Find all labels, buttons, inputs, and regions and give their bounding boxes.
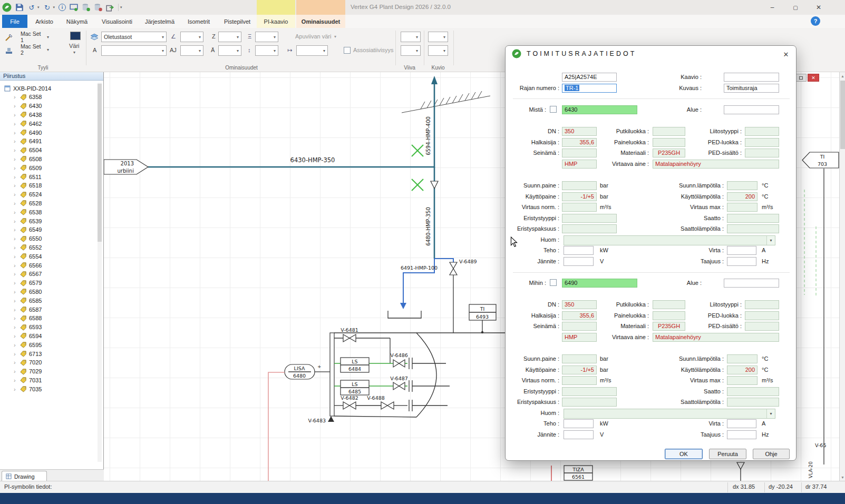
document-restore-button[interactable]: [795, 74, 807, 82]
alue-field[interactable]: [724, 279, 779, 288]
tree-item[interactable]: › 6430: [0, 102, 103, 111]
virtaus-max-field[interactable]: [727, 376, 757, 385]
tab-pi-kaavio[interactable]: PI-kaavio: [257, 15, 295, 28]
suunn-paine-field[interactable]: [562, 181, 597, 190]
chevron-right-icon[interactable]: ›: [14, 377, 18, 383]
tree-item[interactable]: › 6580: [0, 288, 103, 297]
scroll-up-icon[interactable]: ▲: [840, 72, 845, 80]
associativity-checkbox[interactable]: [344, 47, 351, 54]
dialog-close-icon[interactable]: ✕: [781, 50, 791, 59]
app-logo-icon[interactable]: [2, 3, 12, 12]
pipe-lines[interactable]: [148, 76, 438, 259]
mac-set-1-button[interactable]: Mac Set 1▾: [18, 32, 52, 42]
chevron-right-icon[interactable]: ›: [14, 315, 18, 321]
close-button[interactable]: ✕: [810, 2, 828, 13]
tree-root[interactable]: XXB-PID-2014: [0, 84, 103, 93]
chevron-right-icon[interactable]: ›: [14, 244, 18, 251]
spectacle-blind-icons[interactable]: [412, 145, 423, 191]
instrument-ls-6484[interactable]: LS 6484: [341, 358, 369, 372]
maximize-button[interactable]: ▢: [786, 2, 804, 13]
tree-item[interactable]: › 6511: [0, 172, 103, 181]
saatto-field[interactable]: [727, 214, 779, 223]
customize-toolbar-icon[interactable]: ▾: [120, 5, 122, 9]
database-settings-alt-icon[interactable]: [94, 3, 102, 12]
scrollbar-thumb[interactable]: [840, 81, 845, 149]
style-stamp-icon[interactable]: [3, 45, 15, 57]
chevron-right-icon[interactable]: ›: [14, 191, 18, 197]
ped-luokka-field[interactable]: [745, 311, 779, 320]
tree-item[interactable]: › 6566: [0, 261, 103, 270]
instrument-ls-6485[interactable]: LS 6485: [341, 380, 369, 395]
color-dropdown-icon[interactable]: ▾: [73, 50, 75, 55]
tree-item[interactable]: › 6438: [0, 111, 103, 120]
valve-label-v6488[interactable]: V-6488: [367, 395, 385, 401]
paineluokka-field[interactable]: [653, 138, 685, 147]
undo-icon[interactable]: ↺: [27, 3, 36, 12]
redo-icon[interactable]: ↻: [43, 3, 52, 12]
eristyspaksuus-field[interactable]: [562, 224, 617, 233]
chevron-right-icon[interactable]: ›: [14, 103, 18, 109]
liitostyyppi-field[interactable]: [745, 127, 779, 136]
huom-combo[interactable]: ▾: [564, 235, 775, 245]
tree-item[interactable]: › 7020: [0, 358, 103, 367]
pipe-label-branch[interactable]: 6491-HMP-100: [401, 265, 438, 271]
paineluokka-field[interactable]: [653, 311, 685, 320]
chevron-right-icon[interactable]: ›: [14, 386, 18, 392]
chevron-right-icon[interactable]: ›: [14, 182, 18, 189]
help-button[interactable]: Ohje: [753, 449, 790, 459]
materiaali-field[interactable]: P235GH: [653, 149, 685, 157]
rajan-numero-field[interactable]: TR-1: [562, 84, 617, 93]
cancel-button[interactable]: Peruuta: [709, 449, 746, 459]
saattolampotila-field[interactable]: [727, 224, 779, 233]
chevron-right-icon[interactable]: ›: [14, 368, 18, 374]
tree-item[interactable]: › 6508: [0, 155, 103, 164]
virtaava-aine-field[interactable]: Matalapainehöyry: [653, 160, 779, 169]
chevron-right-icon[interactable]: ›: [14, 200, 18, 206]
chevron-right-icon[interactable]: ›: [14, 112, 18, 118]
section-checkbox[interactable]: [550, 279, 557, 286]
valve-label-v6481[interactable]: V-6481: [341, 327, 358, 333]
tree-item[interactable]: › 7029: [0, 367, 103, 376]
valve-label-v6487[interactable]: V-6487: [390, 375, 408, 381]
teho-field[interactable]: [564, 246, 594, 255]
chevron-right-icon[interactable]: ›: [14, 147, 18, 153]
tab-isometrit[interactable]: Isometrit: [180, 15, 217, 28]
tree-item[interactable]: › 7035: [0, 384, 103, 393]
levels-combo[interactable]: ▾: [255, 32, 278, 42]
kuvaus-field[interactable]: Toimitusraja: [724, 84, 779, 93]
tree-item[interactable]: › 6587: [0, 305, 103, 314]
mac-set-2-button[interactable]: Mac Set 2▾: [18, 44, 52, 55]
slope-combo[interactable]: ▾: [180, 32, 203, 42]
tree-scrollbar-thumb[interactable]: [98, 84, 102, 242]
putkiluokka-field[interactable]: [653, 300, 685, 309]
aux-color-combo[interactable]: ▾: [296, 45, 328, 56]
pipe-label-main[interactable]: 6430-HMP-350: [290, 156, 335, 164]
tree-item[interactable]: › 6358: [0, 93, 103, 102]
pipe-label-down[interactable]: 6480-HMP-350: [425, 207, 431, 246]
ped-sisalto-field[interactable]: [745, 322, 779, 331]
vertical-spacing-combo[interactable]: ▾: [255, 45, 278, 56]
chevron-right-icon[interactable]: ›: [14, 333, 18, 339]
color-swatch[interactable]: [70, 32, 81, 40]
instrument-tiza-6561[interactable]: TIZA 6561: [564, 466, 593, 480]
aj-combo[interactable]: ▾: [180, 45, 203, 56]
export-icon[interactable]: [106, 3, 114, 12]
line-style-combo[interactable]: ▾: [401, 32, 421, 42]
saattolampotila-field[interactable]: [727, 398, 779, 407]
save-icon[interactable]: [15, 3, 24, 12]
kaavio-field[interactable]: [724, 73, 779, 82]
tree-item[interactable]: › 6588: [0, 314, 103, 323]
chevron-right-icon[interactable]: ›: [14, 298, 18, 304]
valve-label-v6482[interactable]: V-6482: [341, 395, 358, 401]
kayttopaine-field[interactable]: -1/+5: [562, 365, 597, 374]
screen-settings-icon[interactable]: [70, 3, 78, 12]
ae-combo[interactable]: ▾: [218, 45, 241, 56]
chevron-right-icon[interactable]: ›: [14, 253, 18, 260]
tree-item[interactable]: › 6593: [0, 323, 103, 332]
help-icon[interactable]: ?: [811, 16, 820, 26]
chevron-right-icon[interactable]: ›: [14, 138, 18, 144]
chevron-right-icon[interactable]: ›: [14, 130, 18, 136]
taajuus-field[interactable]: [727, 257, 756, 266]
jannite-field[interactable]: [564, 257, 594, 266]
database-settings-icon[interactable]: [82, 3, 90, 12]
